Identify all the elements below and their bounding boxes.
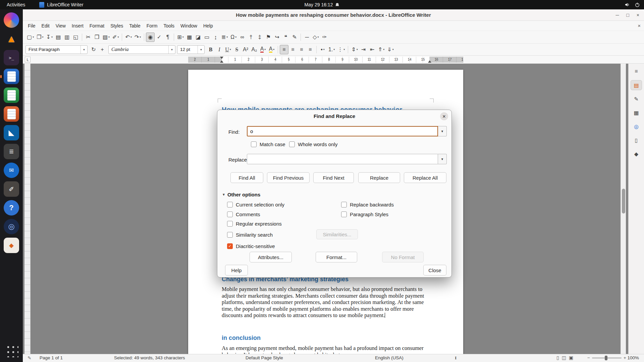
- footnote-button[interactable]: †: [247, 33, 255, 42]
- match-case-checkbox[interactable]: Match case: [251, 141, 285, 147]
- paste-button[interactable]: ▧▾: [101, 33, 111, 42]
- navigator-icon[interactable]: ◎: [631, 121, 642, 131]
- highlight-color-button[interactable]: A▾: [267, 45, 276, 54]
- replace-backwards-checkbox[interactable]: Replace backwards: [341, 201, 394, 207]
- insert-field-button[interactable]: ≣▾: [220, 33, 229, 42]
- find-previous-button[interactable]: Find Previous: [267, 172, 310, 183]
- gimp-icon[interactable]: ✐: [4, 181, 19, 197]
- paragraph-spacing-increase-button[interactable]: ⇑▾: [377, 45, 386, 54]
- insert-mode-icon[interactable]: I: [455, 355, 457, 361]
- terminal-icon[interactable]: >_: [4, 50, 19, 65]
- zoom-in-icon[interactable]: +: [624, 355, 626, 360]
- comment-button[interactable]: ❝: [281, 33, 290, 42]
- styles-icon[interactable]: ✎: [631, 94, 642, 104]
- tab-stop-selector[interactable]: L: [25, 57, 31, 62]
- menu-format[interactable]: Format: [87, 22, 107, 30]
- active-app-indicator[interactable]: LibreOffice Writer: [39, 2, 83, 8]
- zoom-track[interactable]: [592, 358, 622, 358]
- vscode-icon[interactable]: ◣: [4, 125, 19, 140]
- menu-view[interactable]: View: [53, 22, 69, 30]
- align-left-button[interactable]: ≡: [280, 45, 288, 54]
- help-icon[interactable]: ?: [4, 200, 19, 216]
- save-button[interactable]: ↧▾: [45, 33, 54, 42]
- book-view-button[interactable]: ▣: [569, 355, 573, 360]
- menu-form[interactable]: Form: [144, 22, 161, 30]
- track-changes-button[interactable]: ✎: [290, 33, 299, 42]
- numbered-list-button[interactable]: 1.▾: [327, 45, 336, 54]
- document-close-button[interactable]: ×: [638, 23, 641, 28]
- attributes-button[interactable]: Attributes...: [250, 252, 292, 262]
- bullet-list-button[interactable]: •▾: [318, 45, 327, 54]
- spelling-button[interactable]: ✓: [155, 33, 163, 42]
- horizontal-line-button[interactable]: ─: [303, 33, 311, 42]
- find-history-dropdown-button[interactable]: ▼: [438, 126, 447, 136]
- subscript-button[interactable]: A₂: [250, 45, 259, 54]
- files-icon[interactable]: ≣: [4, 144, 19, 159]
- zoom-slider[interactable]: − +: [587, 355, 626, 360]
- insert-chart-button[interactable]: ◪: [194, 33, 203, 42]
- page-style[interactable]: Default Page Style: [246, 355, 283, 360]
- activities-button[interactable]: Activities: [5, 2, 26, 7]
- calc-icon[interactable]: [4, 87, 19, 103]
- firefox-icon[interactable]: [4, 12, 19, 28]
- scrollbar-thumb[interactable]: [622, 189, 625, 214]
- page-count[interactable]: Page 1 of 1: [40, 355, 63, 360]
- regular-expressions-checkbox[interactable]: Regular expressions: [227, 221, 282, 227]
- menu-table[interactable]: Table: [126, 22, 143, 30]
- replace-button[interactable]: Replace: [358, 172, 400, 183]
- update-style-button[interactable]: ↻: [89, 45, 98, 54]
- text-language[interactable]: English (USA): [375, 355, 404, 360]
- copy-button[interactable]: ❒: [93, 33, 101, 42]
- software-icon[interactable]: ◆: [4, 238, 19, 253]
- menu-window[interactable]: Window: [177, 22, 200, 30]
- superscript-button[interactable]: A²: [241, 45, 250, 54]
- paragraph-spacing-decrease-button[interactable]: ⇓▾: [386, 45, 395, 54]
- zoom-level[interactable]: 100%: [627, 355, 639, 360]
- thunderbird-icon[interactable]: ✉: [4, 163, 19, 178]
- impress-icon[interactable]: [4, 106, 19, 122]
- insert-table-button[interactable]: ⊞▾: [176, 33, 185, 42]
- vertical-scrollbar[interactable]: [621, 64, 626, 354]
- formatting-marks-button[interactable]: ¶: [163, 33, 172, 42]
- find-next-button[interactable]: Find Next: [313, 172, 354, 183]
- diacritic-sensitive-checkbox[interactable]: Diacritic-sensitive: [227, 243, 275, 249]
- clock[interactable]: May 29 16:12: [0, 2, 644, 7]
- no-format-button[interactable]: No Format: [382, 252, 424, 262]
- draw-functions-button[interactable]: ✑: [320, 33, 329, 42]
- replace-input[interactable]: [247, 154, 438, 164]
- page-break-button[interactable]: ↨: [211, 33, 220, 42]
- italic-button[interactable]: I: [215, 45, 224, 54]
- menu-edit[interactable]: Edit: [39, 22, 53, 30]
- bold-button[interactable]: B: [206, 45, 215, 54]
- word-count[interactable]: Selected: 49 words, 343 characters: [114, 355, 185, 360]
- find-replace-button[interactable]: ◉: [146, 33, 155, 42]
- other-options-toggle[interactable]: ▼ Other options: [222, 192, 260, 197]
- align-justify-button[interactable]: ≡: [306, 45, 315, 54]
- menu-insert[interactable]: Insert: [69, 22, 87, 30]
- browser-icon[interactable]: ◎: [4, 219, 19, 234]
- paragraph-styles-checkbox[interactable]: Paragraph Styles: [341, 211, 388, 217]
- writer-icon[interactable]: [4, 69, 19, 84]
- find-input[interactable]: [247, 126, 438, 136]
- outline-list-button[interactable]: ⋮▾: [336, 45, 346, 54]
- replace-all-button[interactable]: Replace All: [404, 172, 446, 183]
- strikethrough-button[interactable]: S: [232, 45, 241, 54]
- sidebar-menu-icon[interactable]: ≡: [631, 66, 642, 76]
- endnote-button[interactable]: ‡: [255, 33, 264, 42]
- format-button[interactable]: Format...: [316, 252, 357, 262]
- font-color-button[interactable]: A▾: [259, 45, 267, 54]
- similarity-search-checkbox[interactable]: Similarity search: [227, 232, 273, 238]
- app-grid-icon[interactable]: [4, 343, 18, 357]
- current-selection-only-checkbox[interactable]: Current selection only: [227, 201, 284, 207]
- vertical-ruler[interactable]: [24, 64, 31, 354]
- page-deck-icon[interactable]: ▯: [631, 135, 642, 145]
- print-button[interactable]: ▥: [63, 33, 71, 42]
- multi-page-view-button[interactable]: ◫: [562, 355, 566, 360]
- replace-history-dropdown-button[interactable]: ▼: [438, 154, 447, 164]
- decrease-indent-button[interactable]: ⇤: [368, 45, 377, 54]
- undo-button[interactable]: ↶▾: [124, 33, 133, 42]
- align-right-button[interactable]: ≡: [297, 45, 306, 54]
- maximize-button[interactable]: □: [626, 12, 629, 18]
- vlc-icon[interactable]: ▲: [4, 31, 19, 47]
- left-indent-marker[interactable]: [220, 59, 223, 63]
